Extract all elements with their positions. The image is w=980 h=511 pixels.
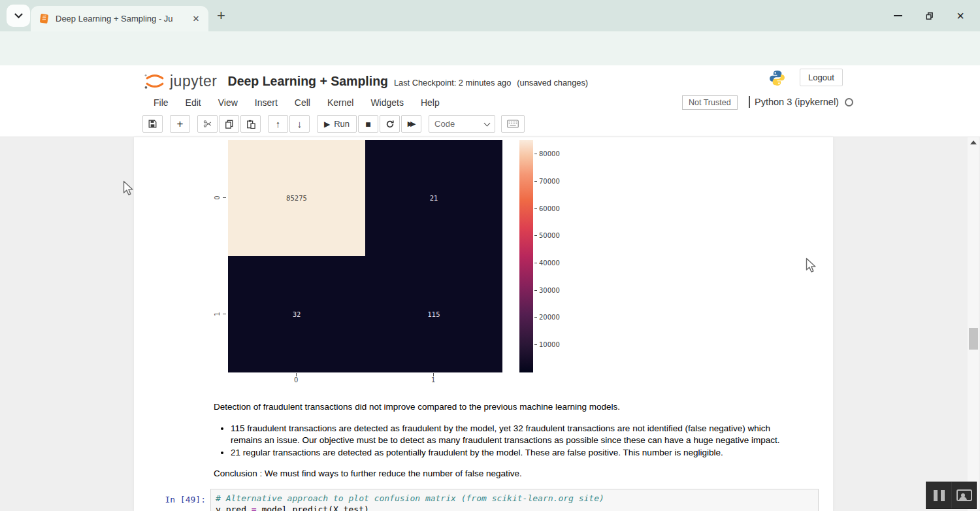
picture-in-picture-icon bbox=[956, 489, 972, 501]
unsaved-changes-status: (unsaved changes) bbox=[517, 78, 588, 88]
markdown-paragraph: Detection of fraudulent transactions did… bbox=[214, 401, 803, 414]
tab-title: Deep Learning + Sampling - Ju bbox=[56, 14, 186, 24]
move-cell-up-button[interactable]: ↑ bbox=[268, 115, 288, 133]
recorder-overlay bbox=[926, 482, 977, 509]
heatmap-cell-1-0: 32 bbox=[228, 256, 365, 372]
menu-file[interactable]: File bbox=[145, 93, 177, 112]
tab-close-icon[interactable]: × bbox=[190, 14, 202, 24]
minimize-icon[interactable] bbox=[894, 15, 902, 16]
menu-kernel[interactable]: Kernel bbox=[319, 93, 362, 112]
colorbar-tick: 70000 bbox=[534, 178, 560, 185]
picture-in-picture-button[interactable] bbox=[951, 482, 976, 508]
chevron-down-icon bbox=[14, 10, 23, 18]
x-tick-1: 1 bbox=[431, 376, 435, 384]
save-button[interactable] bbox=[142, 115, 163, 133]
heatmap-cell-1-1: 115 bbox=[365, 256, 502, 372]
kernel-name: Python 3 (ipykernel) bbox=[755, 97, 839, 107]
cut-cell-button[interactable] bbox=[197, 115, 218, 133]
checkpoint-status: Last Checkpoint: 2 minutes ago bbox=[394, 78, 511, 88]
browser-tab[interactable]: Deep Learning + Sampling - Ju × bbox=[31, 6, 208, 31]
notebook-title[interactable]: Deep Learning + Sampling bbox=[228, 74, 388, 89]
browser-navbar: localhost:8888/notebooks/Deep%20Learning… bbox=[0, 31, 980, 65]
divider bbox=[749, 96, 750, 108]
new-tab-button[interactable]: + bbox=[217, 7, 225, 24]
menu-cell[interactable]: Cell bbox=[286, 93, 319, 112]
menu-widgets[interactable]: Widgets bbox=[362, 93, 412, 112]
restart-kernel-button[interactable] bbox=[380, 115, 400, 133]
not-trusted-badge[interactable]: Not Trusted bbox=[682, 95, 738, 110]
markdown-bullet-2: 21 regular transactions are detected as … bbox=[231, 447, 803, 459]
y-tick-0: 0 bbox=[214, 195, 221, 199]
cell-type-select[interactable]: Code bbox=[429, 115, 495, 133]
colorbar-tick: 80000 bbox=[534, 150, 560, 157]
markdown-cell: Detection of fraudulent transactions did… bbox=[214, 401, 803, 480]
colorbar-tick: 60000 bbox=[534, 205, 560, 212]
run-button[interactable]: ▶Run bbox=[317, 115, 357, 133]
colorbar-tick: 30000 bbox=[534, 287, 560, 294]
jupyter-wordmark[interactable]: jupyter bbox=[170, 73, 218, 90]
heatmap-cell-0-1: 21 bbox=[365, 140, 502, 256]
colorbar-tick: 40000 bbox=[534, 259, 560, 267]
copy-cell-button[interactable] bbox=[219, 115, 239, 133]
x-tick-0: 0 bbox=[294, 376, 298, 384]
colorbar-tick: 50000 bbox=[534, 232, 560, 239]
menu-help[interactable]: Help bbox=[412, 93, 448, 112]
code-line-2: y_pred = model.predict(X_test) bbox=[216, 504, 369, 511]
colorbar-tick: 10000 bbox=[534, 341, 560, 348]
jupyter-favicon-icon bbox=[39, 13, 50, 24]
menu-insert[interactable]: Insert bbox=[246, 93, 286, 112]
scrollbar[interactable] bbox=[968, 137, 979, 511]
jupyter-logo-icon[interactable] bbox=[142, 71, 167, 91]
colorbar-tick: 20000 bbox=[534, 314, 560, 321]
colorbar bbox=[519, 140, 533, 372]
pause-icon bbox=[934, 490, 945, 501]
notebook-toolbar: + ↑ ↓ ▶Run ■ ▶▶ Code bbox=[142, 115, 526, 133]
heatmap-cell-0-0: 85275 bbox=[228, 140, 365, 256]
logout-button[interactable]: Logout bbox=[800, 69, 843, 86]
command-palette-button[interactable] bbox=[501, 115, 525, 133]
y-tick-1: 1 bbox=[214, 312, 221, 316]
paste-cell-button[interactable] bbox=[240, 115, 261, 133]
scrollbar-thumb[interactable] bbox=[969, 328, 978, 350]
python-logo-icon bbox=[768, 69, 786, 87]
code-editor[interactable]: # Alternative approach to plot confusion… bbox=[210, 489, 819, 511]
menu-view[interactable]: View bbox=[210, 93, 246, 112]
notebook-site: 85275 21 32 115 0 1 0 1 80000 70000 6000… bbox=[0, 137, 980, 511]
cell-prompt: In [49]: bbox=[150, 495, 206, 504]
menu-edit[interactable]: Edit bbox=[177, 93, 210, 112]
markdown-bullet-1: 115 fraudulent transactions are detected… bbox=[231, 423, 803, 447]
markdown-conclusion: Conclusion : We must find ways to furthe… bbox=[214, 468, 803, 480]
kernel-idle-icon bbox=[845, 98, 853, 107]
jupyter-header: jupyter Deep Learning + Sampling Last Ch… bbox=[0, 65, 980, 137]
browser-titlebar: Deep Learning + Sampling - Ju × + × bbox=[0, 0, 980, 31]
notebook-page: 85275 21 32 115 0 1 0 1 80000 70000 6000… bbox=[134, 137, 833, 511]
close-window-icon[interactable]: × bbox=[956, 10, 964, 22]
tab-search-button[interactable] bbox=[7, 5, 30, 27]
move-cell-down-button[interactable]: ↓ bbox=[289, 115, 310, 133]
heatmap-axes: 85275 21 32 115 bbox=[228, 140, 502, 372]
interrupt-kernel-button[interactable]: ■ bbox=[358, 115, 378, 133]
restore-icon[interactable] bbox=[924, 11, 934, 21]
scrollbar-up-icon[interactable] bbox=[970, 140, 977, 144]
pause-recording-button[interactable] bbox=[926, 482, 951, 508]
restart-run-all-button[interactable]: ▶▶ bbox=[401, 115, 421, 133]
code-comment-line: # Alternative approach to plot confusion… bbox=[216, 493, 604, 503]
chevron-down-icon bbox=[484, 120, 491, 126]
add-cell-button[interactable]: + bbox=[170, 115, 190, 133]
menu-bar: File Edit View Insert Cell Kernel Widget… bbox=[0, 93, 980, 114]
